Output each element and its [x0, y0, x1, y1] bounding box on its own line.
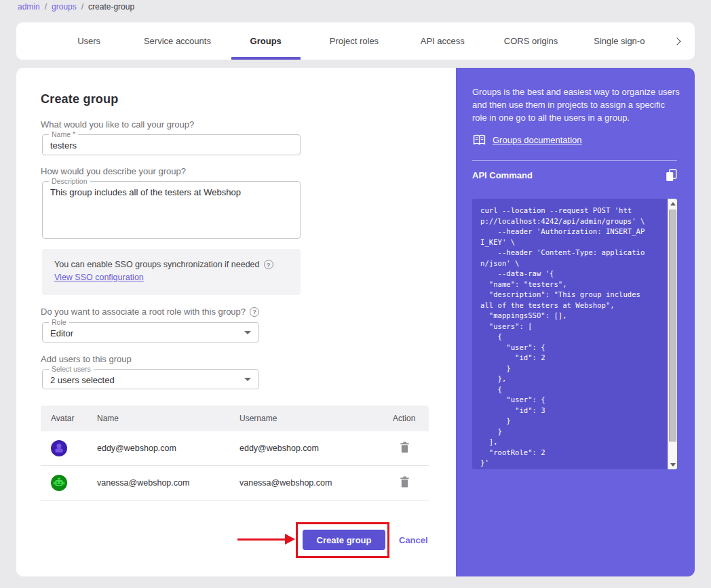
annotation-arrow — [237, 538, 286, 541]
tabs-scroll-right-button[interactable] — [664, 22, 691, 60]
description-field[interactable]: Description This group includes all of t… — [42, 181, 301, 239]
annotation-arrow-head — [285, 534, 295, 545]
cancel-button[interactable]: Cancel — [399, 530, 428, 550]
content-card: Create group What would you like to call… — [16, 68, 695, 576]
user-name: vanessa@webshop.com — [97, 478, 239, 488]
name-question-label: What would you like to call your group? — [41, 119, 194, 130]
page-title: Create group — [41, 92, 118, 106]
breadcrumb-admin[interactable]: admin — [18, 2, 40, 12]
delete-user-icon[interactable] — [400, 442, 410, 453]
copy-icon — [666, 169, 677, 182]
column-header-username: Username — [239, 414, 391, 423]
delete-user-icon[interactable] — [400, 476, 410, 488]
breadcrumb-separator: / — [45, 2, 47, 12]
create-group-form: Create group What would you like to call… — [16, 68, 456, 576]
tab-cors-origins[interactable]: CORS origins — [486, 22, 575, 60]
triangle-down-icon — [670, 463, 676, 467]
book-icon — [472, 134, 486, 146]
role-select[interactable]: Role Editor — [42, 322, 259, 342]
api-command-code-block: curl --location --request POST 'htt p://… — [472, 199, 677, 469]
tab-users[interactable]: Users — [45, 22, 133, 60]
groups-documentation-link[interactable]: Groups documentation — [493, 135, 582, 145]
selected-users-table: Avatar Name Username Action eddy@w — [41, 406, 429, 501]
divider — [472, 160, 677, 161]
avatar — [51, 475, 67, 491]
role-select-value: Editor — [43, 323, 258, 344]
view-sso-configuration-link[interactable]: View SSO configuration — [54, 273, 144, 282]
create-group-page: admin / groups / create-group Users Serv… — [0, 0, 711, 588]
name-field-label: Name * — [49, 130, 78, 138]
select-users-select[interactable]: Select users 2 users selected — [42, 369, 259, 389]
scrollbar-thumb[interactable] — [669, 210, 676, 442]
help-sidebar: Groups is the best and easiest way to or… — [456, 68, 695, 576]
create-group-button[interactable]: Create group — [303, 530, 385, 550]
scroll-down-button[interactable] — [668, 460, 677, 469]
column-header-name: Name — [97, 414, 239, 423]
breadcrumb: admin / groups / create-group — [18, 2, 134, 12]
avatar — [51, 440, 67, 456]
scrollbar[interactable] — [668, 199, 677, 469]
groups-documentation-row[interactable]: Groups documentation — [472, 134, 582, 146]
breadcrumb-current: create-group — [88, 2, 134, 12]
column-header-action: Action — [391, 414, 439, 423]
groups-intro-text: Groups is the best and easiest way to or… — [472, 85, 680, 124]
tab-api-access[interactable]: API access — [398, 22, 486, 60]
breadcrumb-groups[interactable]: groups — [52, 2, 77, 12]
dropdown-arrow-icon[interactable] — [244, 331, 251, 334]
column-header-avatar: Avatar — [51, 414, 97, 423]
table-row: vanessa@webshop.com vanessa@webshop.com — [41, 466, 429, 501]
tab-groups[interactable]: Groups — [222, 22, 310, 60]
scroll-up-button[interactable] — [668, 199, 677, 208]
role-question-label: Do you want to associate a root role wit… — [41, 307, 259, 317]
dropdown-arrow-icon[interactable] — [244, 378, 251, 381]
api-command-header: API Command — [472, 169, 677, 182]
sso-info-box: You can enable SSO groups synchronizatio… — [42, 249, 301, 295]
description-field-label: Description — [49, 177, 90, 185]
table-row: eddy@webshop.com eddy@webshop.com — [41, 431, 429, 466]
user-name: eddy@webshop.com — [97, 444, 239, 453]
name-field-value[interactable]: testers — [43, 135, 300, 156]
role-select-label: Role — [49, 318, 69, 326]
tab-list: Users Service accounts Groups Project ro… — [45, 22, 664, 60]
select-users-label: Select users — [49, 365, 94, 373]
description-question-label: How would you describe your group? — [41, 166, 186, 176]
user-username: eddy@webshop.com — [239, 444, 391, 453]
tab-project-roles[interactable]: Project roles — [310, 22, 398, 60]
copy-button[interactable] — [666, 169, 677, 182]
tab-service-accounts[interactable]: Service accounts — [133, 22, 221, 60]
help-icon[interactable]: ? — [250, 307, 259, 317]
curl-command-text[interactable]: curl --location --request POST 'htt p://… — [472, 199, 677, 469]
user-username: vanessa@webshop.com — [239, 478, 391, 488]
breadcrumb-separator: / — [81, 2, 83, 12]
triangle-up-icon — [670, 202, 676, 205]
api-command-title: API Command — [472, 170, 533, 180]
table-header-row: Avatar Name Username Action — [41, 406, 429, 431]
chevron-right-icon — [673, 37, 680, 45]
admin-tabbar: Users Service accounts Groups Project ro… — [16, 22, 695, 60]
name-field[interactable]: Name * testers — [42, 134, 301, 155]
tab-single-sign-on[interactable]: Single sign-o — [575, 22, 664, 60]
help-icon[interactable]: ? — [264, 260, 273, 269]
role-question-text: Do you want to associate a root role wit… — [41, 307, 246, 317]
sso-note-text: You can enable SSO groups synchronizatio… — [54, 260, 260, 269]
add-users-label: Add users to this group — [41, 354, 132, 364]
